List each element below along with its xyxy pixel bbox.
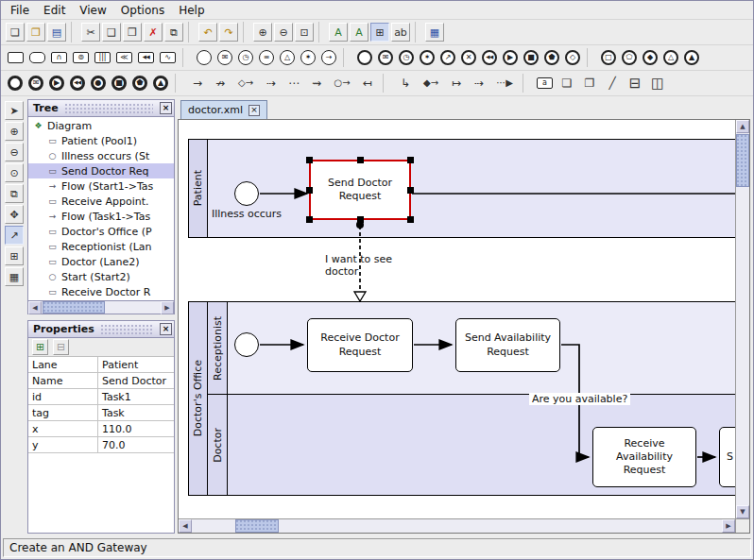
grid-tool-icon[interactable]: ▦ bbox=[5, 267, 24, 286]
hsplit-pool-icon[interactable]: ⊟ bbox=[624, 73, 646, 93]
scroll-right-icon[interactable]: ▶ bbox=[722, 519, 735, 533]
connector-tool-icon[interactable]: ↗ bbox=[5, 226, 24, 245]
zoom-out-tool-icon[interactable]: ⊖ bbox=[5, 143, 24, 161]
event-triangle-icon[interactable]: △ bbox=[663, 50, 678, 65]
text-annotation-icon[interactable]: a bbox=[537, 77, 553, 89]
vertical-scrollbar[interactable]: ▲ ▼ bbox=[735, 120, 749, 518]
event-square-icon[interactable]: □ bbox=[601, 50, 616, 65]
intermediate-stop-event-icon[interactable]: ■ bbox=[523, 50, 539, 65]
selection-handle[interactable] bbox=[407, 216, 414, 223]
tree-item[interactable]: → Flow (Task1->Tas bbox=[28, 209, 174, 224]
palette-icon[interactable] bbox=[182, 48, 190, 67]
end-terminate-event-icon[interactable]: ● bbox=[91, 76, 106, 91]
delete-icon[interactable]: ✗ bbox=[144, 23, 163, 42]
intermediate-pentagon-event-icon[interactable]: ⬟ bbox=[544, 50, 559, 65]
toolbar-button-icon[interactable] bbox=[243, 22, 248, 42]
intermediate-escalation-event-icon[interactable]: ↗ bbox=[440, 50, 455, 65]
message-anchor-dot[interactable] bbox=[356, 221, 364, 229]
intermediate-multiple-event-icon[interactable]: ✶ bbox=[420, 50, 435, 65]
remove-property-icon[interactable]: ⊟ bbox=[53, 339, 69, 355]
task-receive-doctor-request[interactable]: Receive Doctor Request bbox=[307, 318, 413, 372]
close-icon[interactable]: × bbox=[160, 102, 172, 114]
orthogonal-connector-icon[interactable]: ↳ bbox=[394, 73, 417, 93]
tree-item[interactable]: ▭ Receive Appoint. bbox=[28, 194, 174, 209]
scroll-left-icon[interactable]: ◀ bbox=[179, 519, 192, 533]
tree-item[interactable]: ▭ Doctor's Office (P bbox=[28, 224, 174, 239]
end-compensation-event-icon[interactable]: ◀◀ bbox=[70, 76, 85, 91]
compensation-marker-icon[interactable]: ⊚ bbox=[73, 52, 89, 63]
palette-icon[interactable] bbox=[343, 48, 351, 67]
print-icon[interactable]: ▤ bbox=[47, 23, 66, 42]
tree-item[interactable]: → Flow (Start1->Tas bbox=[28, 178, 174, 194]
page-icon[interactable]: ❏ bbox=[556, 73, 578, 93]
pan-tool-icon[interactable]: ✥ bbox=[5, 205, 24, 224]
toolbar-button-icon[interactable] bbox=[188, 22, 194, 42]
tree-scroll-thumb[interactable] bbox=[43, 301, 105, 314]
snap-grid-icon[interactable]: ⊞ bbox=[370, 23, 389, 42]
redo-icon[interactable]: ↷ bbox=[219, 23, 238, 42]
intermediate-cancel-event-icon[interactable]: ✕ bbox=[461, 50, 476, 65]
property-row[interactable]: tag Task bbox=[28, 405, 174, 421]
tree-item[interactable]: ○ Start (Start2) bbox=[28, 269, 174, 284]
selection-handle[interactable] bbox=[357, 157, 364, 163]
event-pentagon-icon[interactable]: ⬠ bbox=[622, 50, 637, 65]
event-diamond-icon[interactable]: ◆ bbox=[643, 50, 658, 65]
horizontal-scrollbar[interactable]: ◀ ▶ bbox=[179, 518, 735, 533]
palette-icon[interactable] bbox=[175, 74, 182, 93]
property-value[interactable]: 110.0 bbox=[98, 421, 174, 437]
align-tool-icon[interactable]: ⊞ bbox=[5, 246, 24, 265]
zoom-out-icon[interactable]: ⊖ bbox=[274, 23, 293, 42]
directed-association-icon[interactable]: ⇝ bbox=[305, 73, 328, 93]
property-value[interactable]: Patient bbox=[98, 357, 174, 373]
page-shadow-icon[interactable]: ❐ bbox=[578, 73, 601, 93]
overview-tool-icon[interactable]: ⧉ bbox=[5, 184, 24, 203]
tree-item[interactable]: ▭ Receive Doctor R bbox=[28, 284, 174, 299]
tree-item[interactable]: ▭ Patient (Pool1) bbox=[28, 133, 174, 148]
zoom-in-tool-icon[interactable]: ⊕ bbox=[5, 122, 24, 141]
tree-item[interactable]: ▭ Send Doctor Req bbox=[28, 163, 174, 178]
vsplit-pool-icon[interactable]: ◫ bbox=[646, 73, 669, 93]
tab-doctor-xml[interactable]: doctor.xml × bbox=[180, 100, 267, 119]
scroll-up-icon[interactable]: ▲ bbox=[736, 120, 749, 133]
toolbar-button-icon[interactable] bbox=[415, 22, 420, 42]
add-property-icon[interactable]: ⊞ bbox=[32, 339, 48, 355]
conditional-start-event-icon[interactable]: ≡ bbox=[259, 50, 274, 65]
tree-item[interactable]: ▭ Receptionist (Lan bbox=[28, 239, 174, 254]
table-view-icon[interactable]: ▦ bbox=[425, 23, 444, 42]
property-row[interactable]: id Task1 bbox=[28, 389, 174, 405]
intermediate-diamond-event-icon[interactable]: ◇ bbox=[565, 50, 580, 65]
toolbar-button-icon[interactable] bbox=[71, 22, 77, 42]
toolbar-button-icon[interactable] bbox=[318, 22, 324, 42]
property-value[interactable]: Send Doctor bbox=[98, 373, 174, 389]
task-shape-icon[interactable] bbox=[29, 52, 45, 63]
dashed-connector-icon[interactable]: ⇢ bbox=[468, 73, 490, 93]
anchor-connector-icon[interactable]: ↦ bbox=[445, 73, 468, 93]
tree-item[interactable]: ❖ Diagram bbox=[28, 118, 174, 133]
diagram-canvas[interactable]: Patient Doctor's Office Receptionist bbox=[179, 120, 735, 518]
layout-graph-icon[interactable]: A bbox=[350, 23, 368, 42]
association-flow-icon[interactable]: ⋯ bbox=[283, 73, 305, 93]
menu-item[interactable]: View bbox=[74, 2, 114, 19]
dotted-arrow-icon[interactable]: ⋯▶ bbox=[490, 73, 519, 93]
paste-icon[interactable]: ❒ bbox=[123, 23, 142, 42]
scroll-down-icon[interactable]: ▼ bbox=[736, 505, 749, 518]
loop-marker-icon[interactable]: ∩ bbox=[51, 52, 67, 63]
selection-handle[interactable] bbox=[407, 187, 414, 194]
adhoc-marker-icon[interactable]: ∿ bbox=[160, 52, 176, 63]
tree-item[interactable]: ○ Illness occurs (St bbox=[28, 148, 174, 163]
pool-shape-icon[interactable] bbox=[8, 52, 24, 63]
conditional-flow-icon[interactable]: ◇→ bbox=[231, 73, 260, 93]
property-row[interactable]: Lane Patient bbox=[28, 357, 174, 373]
property-row[interactable]: x 110.0 bbox=[28, 421, 174, 437]
menu-item[interactable]: Edit bbox=[38, 2, 74, 19]
property-value[interactable]: 70.0 bbox=[98, 437, 174, 453]
multiple-start-event-icon[interactable]: ✶ bbox=[300, 50, 316, 65]
start-event-icon[interactable] bbox=[197, 50, 212, 65]
start-event-illness[interactable] bbox=[234, 181, 259, 206]
pointer-tool-icon[interactable]: ➤ bbox=[5, 101, 24, 120]
selection-handle[interactable] bbox=[407, 157, 414, 163]
end-pentagon-event-icon[interactable]: ⬟ bbox=[132, 76, 147, 91]
line-tool-icon[interactable]: ╱ bbox=[601, 73, 624, 93]
tree-item[interactable]: ▭ Doctor (Lane2) bbox=[28, 254, 174, 269]
scroll-right-icon[interactable]: ▶ bbox=[161, 301, 174, 314]
